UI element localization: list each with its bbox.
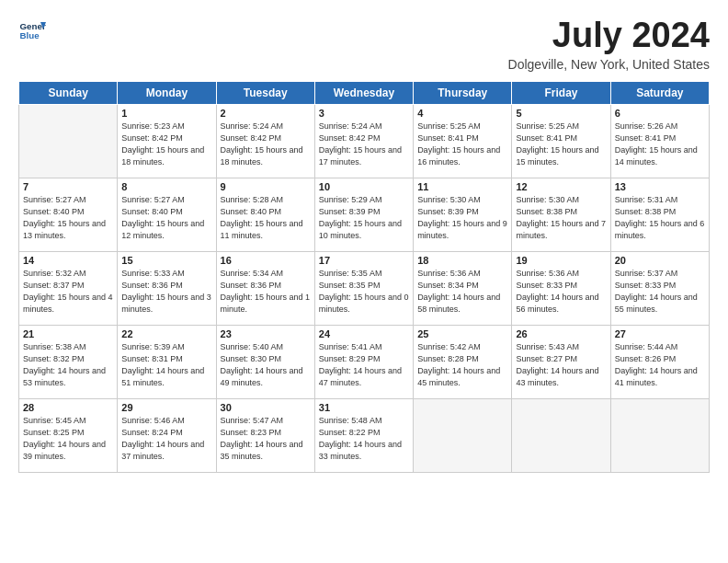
- calendar-cell: 23Sunrise: 5:40 AMSunset: 8:30 PMDayligh…: [216, 325, 314, 398]
- sunrise: Sunrise: 5:38 AM: [23, 342, 86, 351]
- day-number: 10: [319, 181, 409, 192]
- calendar-cell: [19, 104, 118, 178]
- daylight: Daylight: 14 hours and 49 minutes.: [221, 366, 303, 387]
- calendar-cell: 11Sunrise: 5:30 AMSunset: 8:39 PMDayligh…: [414, 178, 512, 251]
- calendar-cell: 14Sunrise: 5:32 AMSunset: 8:37 PMDayligh…: [19, 251, 118, 325]
- sunrise: Sunrise: 5:30 AM: [516, 195, 579, 204]
- sunrise: Sunrise: 5:26 AM: [615, 121, 678, 131]
- daylight: Daylight: 14 hours and 39 minutes.: [23, 440, 106, 461]
- daylight: Daylight: 14 hours and 37 minutes.: [121, 440, 204, 461]
- sunset: Sunset: 8:41 PM: [615, 133, 677, 143]
- sunset: Sunset: 8:39 PM: [417, 207, 479, 216]
- sunset: Sunset: 8:29 PM: [319, 354, 381, 363]
- day-number: 3: [319, 108, 409, 119]
- sunset: Sunset: 8:30 PM: [221, 354, 282, 363]
- calendar-cell: 19Sunrise: 5:36 AMSunset: 8:33 PMDayligh…: [512, 251, 610, 325]
- day-number: 19: [516, 255, 606, 266]
- daylight: Daylight: 15 hours and 12 minutes.: [121, 219, 204, 240]
- sunrise: Sunrise: 5:27 AM: [23, 195, 86, 204]
- daylight: Daylight: 14 hours and 53 minutes.: [23, 366, 106, 387]
- day-number: 16: [221, 255, 311, 266]
- calendar-cell: 12Sunrise: 5:30 AMSunset: 8:38 PMDayligh…: [512, 178, 610, 251]
- day-number: 21: [23, 328, 113, 339]
- day-number: 24: [319, 328, 409, 339]
- sunrise: Sunrise: 5:32 AM: [23, 269, 86, 278]
- daylight: Daylight: 15 hours and 17 minutes.: [319, 145, 402, 167]
- sunrise: Sunrise: 5:30 AM: [417, 195, 481, 204]
- daylight: Daylight: 15 hours and 14 minutes.: [615, 145, 698, 167]
- sunset: Sunset: 8:38 PM: [615, 207, 677, 216]
- calendar-cell: 15Sunrise: 5:33 AMSunset: 8:36 PMDayligh…: [118, 251, 216, 325]
- sunrise: Sunrise: 5:39 AM: [121, 342, 185, 351]
- calendar-cell: 20Sunrise: 5:37 AMSunset: 8:33 PMDayligh…: [610, 251, 709, 325]
- sunset: Sunset: 8:36 PM: [221, 281, 282, 290]
- daylight: Daylight: 14 hours and 45 minutes.: [417, 366, 500, 387]
- sunset: Sunset: 8:25 PM: [23, 428, 85, 437]
- sunset: Sunset: 8:33 PM: [615, 281, 677, 290]
- month-title: July 2024: [508, 17, 710, 55]
- sunrise: Sunrise: 5:35 AM: [319, 269, 382, 278]
- daylight: Daylight: 15 hours and 6 minutes.: [615, 219, 705, 240]
- col-sunday: Sunday: [19, 81, 118, 104]
- daylight: Daylight: 15 hours and 1 minute.: [221, 293, 311, 314]
- sunrise: Sunrise: 5:41 AM: [319, 342, 382, 351]
- daylight: Daylight: 15 hours and 18 minutes.: [121, 145, 204, 167]
- sunset: Sunset: 8:40 PM: [221, 207, 282, 216]
- col-saturday: Saturday: [610, 81, 709, 104]
- calendar-cell: 13Sunrise: 5:31 AMSunset: 8:38 PMDayligh…: [610, 178, 709, 251]
- sunrise: Sunrise: 5:27 AM: [121, 195, 185, 204]
- sunset: Sunset: 8:40 PM: [121, 207, 183, 216]
- sunset: Sunset: 8:40 PM: [23, 207, 85, 216]
- sunset: Sunset: 8:36 PM: [121, 281, 183, 290]
- daylight: Daylight: 15 hours and 7 minutes.: [516, 219, 606, 240]
- calendar-cell: [414, 398, 512, 472]
- daylight: Daylight: 15 hours and 4 minutes.: [23, 293, 113, 314]
- day-number: 4: [417, 108, 507, 119]
- sunrise: Sunrise: 5:42 AM: [417, 342, 481, 351]
- sunset: Sunset: 8:35 PM: [319, 281, 381, 290]
- sunrise: Sunrise: 5:40 AM: [221, 342, 284, 351]
- col-tuesday: Tuesday: [216, 81, 314, 104]
- calendar-cell: 29Sunrise: 5:46 AMSunset: 8:24 PMDayligh…: [118, 398, 216, 472]
- calendar-cell: 27Sunrise: 5:44 AMSunset: 8:26 PMDayligh…: [610, 325, 709, 398]
- sunset: Sunset: 8:42 PM: [121, 133, 183, 143]
- sunrise: Sunrise: 5:34 AM: [221, 269, 284, 278]
- day-number: 23: [221, 328, 311, 339]
- week-row-2: 7Sunrise: 5:27 AMSunset: 8:40 PMDaylight…: [19, 178, 710, 251]
- daylight: Daylight: 14 hours and 56 minutes.: [516, 293, 598, 314]
- sunset: Sunset: 8:32 PM: [23, 354, 85, 363]
- day-number: 8: [121, 181, 211, 192]
- calendar-cell: 6Sunrise: 5:26 AMSunset: 8:41 PMDaylight…: [610, 104, 709, 178]
- sunset: Sunset: 8:42 PM: [319, 133, 381, 143]
- day-number: 5: [516, 108, 606, 119]
- week-row-1: 1Sunrise: 5:23 AMSunset: 8:42 PMDaylight…: [19, 104, 710, 178]
- calendar-cell: 8Sunrise: 5:27 AMSunset: 8:40 PMDaylight…: [118, 178, 216, 251]
- sunrise: Sunrise: 5:25 AM: [417, 121, 481, 131]
- sunset: Sunset: 8:28 PM: [417, 354, 479, 363]
- day-number: 27: [615, 328, 705, 339]
- week-row-3: 14Sunrise: 5:32 AMSunset: 8:37 PMDayligh…: [19, 251, 710, 325]
- sunrise: Sunrise: 5:36 AM: [417, 269, 481, 278]
- sunrise: Sunrise: 5:45 AM: [23, 416, 86, 425]
- col-wednesday: Wednesday: [314, 81, 413, 104]
- sunset: Sunset: 8:23 PM: [221, 428, 282, 437]
- sunrise: Sunrise: 5:48 AM: [319, 416, 382, 425]
- sunrise: Sunrise: 5:29 AM: [319, 195, 382, 204]
- sunset: Sunset: 8:26 PM: [615, 354, 677, 363]
- calendar-cell: 28Sunrise: 5:45 AMSunset: 8:25 PMDayligh…: [19, 398, 118, 472]
- calendar-cell: 1Sunrise: 5:23 AMSunset: 8:42 PMDaylight…: [118, 104, 216, 178]
- calendar-cell: [512, 398, 610, 472]
- daylight: Daylight: 14 hours and 55 minutes.: [615, 293, 698, 314]
- page-header: General Blue July 2024 Dolgeville, New Y…: [18, 17, 710, 72]
- day-number: 17: [319, 255, 409, 266]
- sunrise: Sunrise: 5:37 AM: [615, 269, 678, 278]
- calendar-page: General Blue July 2024 Dolgeville, New Y…: [0, 0, 728, 482]
- sunrise: Sunrise: 5:31 AM: [615, 195, 678, 204]
- sunset: Sunset: 8:22 PM: [319, 428, 381, 437]
- sunset: Sunset: 8:41 PM: [417, 133, 479, 143]
- day-number: 13: [615, 181, 705, 192]
- day-number: 6: [615, 108, 705, 119]
- calendar-cell: 24Sunrise: 5:41 AMSunset: 8:29 PMDayligh…: [314, 325, 413, 398]
- col-thursday: Thursday: [414, 81, 512, 104]
- calendar-cell: 4Sunrise: 5:25 AMSunset: 8:41 PMDaylight…: [414, 104, 512, 178]
